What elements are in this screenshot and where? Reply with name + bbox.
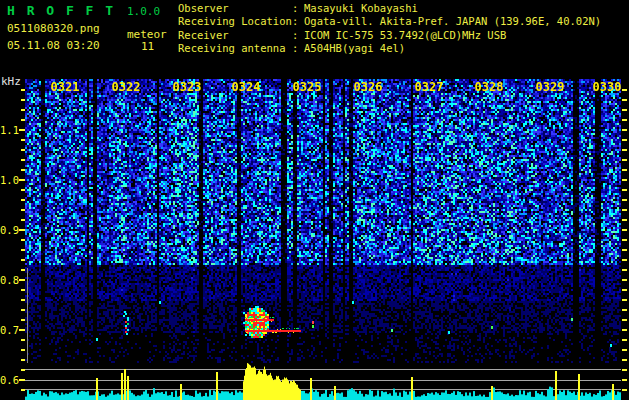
time-label: 0326	[353, 80, 383, 94]
station-info-label: Receiver	[178, 29, 292, 42]
time-label: 0323	[172, 80, 202, 94]
freq-tick-right	[622, 379, 627, 381]
time-label: 0329	[535, 80, 565, 94]
freq-tick	[21, 369, 25, 371]
observation-datetime: 05.11.08 03:20	[7, 39, 100, 52]
freq-tick-right	[622, 209, 627, 211]
freq-tick-right	[622, 389, 627, 391]
freq-tick	[21, 89, 25, 91]
time-label: 0324	[231, 80, 261, 94]
freq-unit-label: kHz	[1, 75, 21, 88]
freq-tick-right	[622, 129, 627, 131]
freq-tick	[19, 229, 25, 231]
freq-tick-label: 0.7	[0, 324, 19, 336]
freq-tick	[21, 309, 25, 311]
freq-tick-right	[622, 319, 627, 321]
freq-tick-right	[622, 329, 627, 331]
station-info-value: Masayuki Kobayashi	[304, 2, 418, 15]
freq-tick	[21, 209, 25, 211]
freq-tick	[21, 319, 25, 321]
spectrogram-canvas	[25, 79, 621, 400]
freq-tick-right	[622, 369, 627, 371]
station-info-colon: :	[292, 15, 304, 28]
freq-tick	[21, 149, 25, 151]
station-info-row: Receiving antenna:A504HB(yagi 4el)	[178, 42, 601, 55]
freq-tick-right	[622, 179, 627, 181]
freq-tick	[21, 119, 25, 121]
freq-tick-right	[622, 309, 627, 311]
freq-tick	[21, 259, 25, 261]
output-filename: 0511080320.png	[7, 22, 100, 35]
freq-tick	[21, 299, 25, 301]
time-label: 0325	[292, 80, 322, 94]
echo-count: 11	[141, 40, 154, 53]
freq-tick-right	[622, 169, 627, 171]
freq-tick	[21, 249, 25, 251]
freq-tick-right	[622, 269, 627, 271]
station-info-value: Ogata-vill. Akita-Pref. JAPAN (139.96E, …	[304, 15, 601, 28]
freq-tick-right	[622, 339, 627, 341]
freq-tick-right	[622, 99, 627, 101]
freq-tick	[21, 289, 25, 291]
freq-tick-label: 1.0	[0, 174, 19, 186]
freq-tick	[21, 189, 25, 191]
freq-tick	[19, 179, 25, 181]
freq-tick	[21, 339, 25, 341]
freq-tick-label: 1.1	[0, 124, 19, 136]
hrofft-screen: H R O F F T 1.0.0 0511080320.png meteor …	[0, 0, 629, 400]
freq-tick-right	[622, 159, 627, 161]
freq-tick-right	[622, 89, 627, 91]
freq-tick	[19, 129, 25, 131]
freq-tick-label: 0.9	[0, 224, 19, 236]
freq-tick-right	[622, 289, 627, 291]
freq-tick	[21, 239, 25, 241]
station-info-colon: :	[292, 42, 304, 55]
freq-tick-right	[622, 299, 627, 301]
freq-tick	[21, 389, 25, 391]
station-info-table: Observer:Masayuki KobayashiReceiving Loc…	[178, 2, 601, 56]
time-label: 0321	[50, 80, 80, 94]
freq-tick	[21, 109, 25, 111]
freq-tick-right	[622, 349, 627, 351]
time-label: 0327	[414, 80, 444, 94]
freq-tick	[21, 139, 25, 141]
app-version: 1.0.0	[127, 5, 160, 18]
time-label: 0330	[592, 80, 622, 94]
station-info-label: Observer	[178, 2, 292, 15]
freq-tick-label: 0.6	[0, 374, 19, 386]
station-info-colon: :	[292, 2, 304, 15]
freq-tick-right	[622, 259, 627, 261]
time-label: 0328	[474, 80, 504, 94]
freq-tick-right	[622, 139, 627, 141]
time-label: 0322	[111, 80, 141, 94]
station-info-value: A504HB(yagi 4el)	[304, 42, 405, 55]
freq-tick-right	[622, 109, 627, 111]
station-info-row: Receiving Location:Ogata-vill. Akita-Pre…	[178, 15, 601, 28]
freq-tick-right	[622, 219, 627, 221]
freq-tick	[21, 199, 25, 201]
freq-tick-right	[622, 249, 627, 251]
station-info-label: Receiving Location	[178, 15, 292, 28]
station-info-label: Receiving antenna	[178, 42, 292, 55]
freq-tick-right	[622, 279, 627, 281]
freq-tick	[21, 349, 25, 351]
station-info-colon: :	[292, 29, 304, 42]
app-title: H R O F F T	[7, 3, 115, 18]
freq-tick	[21, 219, 25, 221]
freq-tick	[21, 359, 25, 361]
freq-tick-right	[622, 359, 627, 361]
freq-tick-right	[622, 189, 627, 191]
freq-tick-right	[622, 149, 627, 151]
freq-tick	[21, 169, 25, 171]
station-info-row: Observer:Masayuki Kobayashi	[178, 2, 601, 15]
freq-tick-right	[622, 229, 627, 231]
freq-tick-label: 0.8	[0, 274, 19, 286]
freq-tick-right	[622, 119, 627, 121]
freq-tick	[21, 159, 25, 161]
freq-tick	[21, 269, 25, 271]
freq-tick	[19, 379, 25, 381]
freq-tick	[19, 329, 25, 331]
station-info-row: Receiver:ICOM IC-575 53.7492(@LCD)MHz US…	[178, 29, 601, 42]
freq-tick-right	[622, 239, 627, 241]
freq-tick-right	[622, 199, 627, 201]
